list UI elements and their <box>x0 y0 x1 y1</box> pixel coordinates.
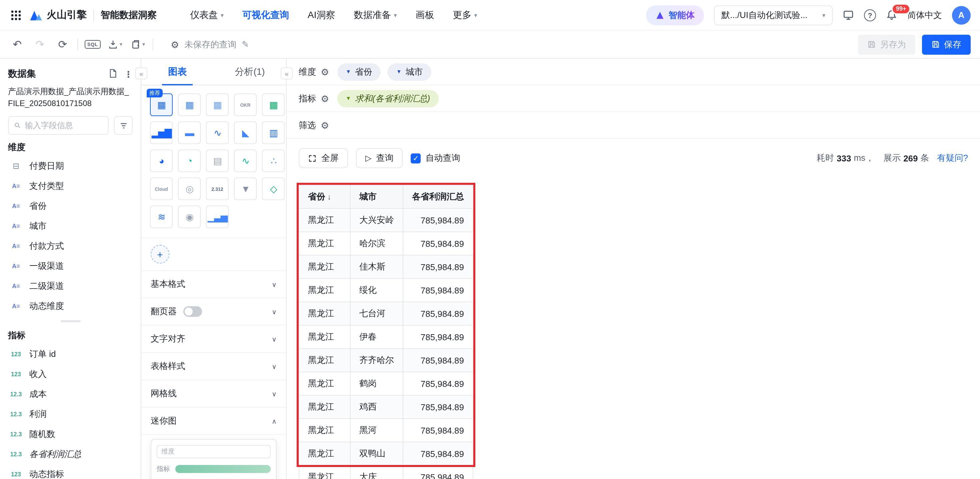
okr-table-icon[interactable]: OKR <box>234 93 257 116</box>
tab-analysis[interactable]: 分析(1) <box>214 59 286 85</box>
section-text-align[interactable]: 文字对齐 ∨ <box>142 326 286 353</box>
collapse-dataset-panel-icon[interactable]: « <box>135 67 147 79</box>
auto-query-checkbox[interactable]: ✓ <box>410 153 421 163</box>
nav-dashboard[interactable]: 仪表盘 ▾ <box>190 9 224 21</box>
line-chart-icon[interactable]: ∿ <box>206 121 229 144</box>
refresh-icon[interactable]: ⟳ <box>55 36 71 53</box>
table-row[interactable]: 黑龙江 鹤岗 785,984.89 <box>299 372 473 395</box>
stacked-chart-icon[interactable]: ▤ <box>206 149 229 172</box>
field-search-input[interactable] <box>25 121 103 130</box>
histogram-chart-icon[interactable]: ▁▃▅ <box>206 206 229 228</box>
nav-visual-query[interactable]: 可视化查询 <box>242 9 289 21</box>
field-random-number[interactable]: 12.3 随机数 <box>8 424 133 444</box>
field-pay-date[interactable]: ⊟ 付费日期 <box>8 156 133 176</box>
bar-chart-icon[interactable]: ▂▅▇ <box>150 121 173 144</box>
indicator-card-icon[interactable]: 2.312 <box>206 177 229 200</box>
table-row[interactable]: 黑龙江 佳木斯 785,984.89 <box>299 255 473 278</box>
export-icon[interactable]: ▾ <box>130 36 146 53</box>
field-order-id[interactable]: 123 订单 id <box>8 344 133 364</box>
word-cloud-icon[interactable]: Cloud <box>150 177 173 200</box>
panel-resize-handle[interactable] <box>8 318 133 324</box>
field-cost[interactable]: 12.3 成本 <box>8 384 133 404</box>
language-selector[interactable]: 简体中文 <box>907 9 942 21</box>
spiral-chart-icon[interactable]: ◉ <box>178 206 200 228</box>
sort-desc-icon[interactable]: ↓ <box>327 192 331 201</box>
console-icon[interactable] <box>843 10 854 21</box>
section-paginator[interactable]: 翻页器 ∨ <box>142 298 286 326</box>
nav-data-prep[interactable]: 数据准备 ▾ <box>354 9 397 21</box>
field-payment-method[interactable]: A≡ 付款方式 <box>8 236 133 256</box>
rose-chart-icon[interactable]: ◔ <box>178 149 200 172</box>
field-province-profit-sum[interactable]: 12.3 各省利润汇总 <box>8 444 133 464</box>
edit-icon[interactable]: ✎ <box>242 39 249 49</box>
sankey-chart-icon[interactable]: ≋ <box>150 206 173 228</box>
help-icon[interactable]: ? <box>864 9 876 21</box>
column-header-city[interactable]: 城市 <box>350 185 403 209</box>
field-dynamic-dimension[interactable]: A≡ 动态维度 <box>8 296 133 316</box>
workspace-select[interactable]: 默.../UI自动化测试验... ▾ <box>714 5 833 25</box>
metric-gear-icon[interactable]: ⚙ <box>321 93 329 104</box>
add-chart-type-button[interactable]: + <box>151 245 169 263</box>
run-query-button[interactable]: ▷ 查询 <box>356 148 402 168</box>
column-header-province[interactable]: 省份↓ <box>299 185 350 209</box>
save-button[interactable]: 保存 <box>922 34 970 54</box>
field-province[interactable]: A≡ 省份 <box>8 196 133 216</box>
undo-icon[interactable]: ↶ <box>10 36 25 53</box>
nav-canvas[interactable]: 画板 <box>416 9 434 21</box>
section-mini-chart[interactable]: 迷你图 ∧ <box>142 408 286 435</box>
paginator-toggle[interactable] <box>183 306 202 317</box>
pivot-table-icon[interactable]: ▦ <box>206 93 229 116</box>
area-chart-icon[interactable]: ◣ <box>234 121 257 144</box>
dimension-chip-province[interactable]: ▼ 省份 <box>337 63 381 80</box>
sql-icon[interactable]: SQL <box>85 36 101 53</box>
funnel-chart-icon[interactable]: ▼ <box>234 177 257 200</box>
combo-chart-icon[interactable]: ▥ <box>262 121 285 144</box>
pie-chart-icon[interactable]: ◕ <box>150 149 173 172</box>
table-row[interactable]: 黑龙江 齐齐哈尔 785,984.89 <box>299 348 473 372</box>
apps-grid-icon[interactable] <box>10 8 23 22</box>
download-icon[interactable]: ▾ <box>107 36 123 53</box>
table-row[interactable]: 黑龙江 双鸭山 785,984.89 <box>299 442 473 465</box>
dataset-name[interactable]: 产品演示用数据_产品演示用数据_FILE_20250810171508 <box>8 85 133 109</box>
table-row[interactable]: 黑龙江 大兴安岭 785,984.89 <box>299 209 473 232</box>
field-city[interactable]: A≡ 城市 <box>8 216 133 236</box>
fullscreen-button[interactable]: 全屏 <box>299 148 348 168</box>
dataset-doc-icon[interactable] <box>108 69 117 80</box>
table-row[interactable]: 黑龙江 伊春 785,984.89 <box>299 325 473 348</box>
question-link[interactable]: 有疑问? <box>937 152 968 164</box>
nav-more[interactable]: 更多 ▾ <box>453 9 477 21</box>
field-revenue[interactable]: 123 收入 <box>8 364 133 384</box>
section-gridline[interactable]: 网格线 ∨ <box>142 380 286 408</box>
detail-table-icon[interactable]: ▦ <box>262 93 285 116</box>
section-basic-format[interactable]: 基本格式 ∨ <box>142 271 286 298</box>
field-pay-type[interactable]: A≡ 支付类型 <box>8 176 133 196</box>
table-row[interactable]: 黑龙江 大庆 785,984.89 <box>299 465 473 479</box>
horizontal-bar-icon[interactable]: ▬ <box>178 121 200 144</box>
table-chart-icon[interactable]: 推荐 ▦ <box>150 93 173 116</box>
save-as-button[interactable]: 另存为 <box>858 34 915 54</box>
table-row[interactable]: 黑龙江 绥化 785,984.89 <box>299 278 473 302</box>
field-profit[interactable]: 12.3 利润 <box>8 404 133 424</box>
volcengine-logo[interactable]: 火山引擎 <box>29 8 87 22</box>
table-row[interactable]: 黑龙江 黑河 785,984.89 <box>299 418 473 442</box>
query-settings-gear-icon[interactable]: ⚙ <box>171 39 179 50</box>
scatter-chart-icon[interactable]: ∴ <box>262 149 285 172</box>
column-header-profit-sum[interactable]: 各省利润汇总 <box>403 185 473 209</box>
field-secondary-channel[interactable]: A≡ 二级渠道 <box>8 276 133 296</box>
field-primary-channel[interactable]: A≡ 一级渠道 <box>8 256 133 276</box>
nav-ai-insight[interactable]: AI洞察 <box>308 9 335 21</box>
redo-icon[interactable]: ↷ <box>32 36 48 53</box>
collapse-chart-panel-icon[interactable]: « <box>281 67 293 79</box>
more-options-icon[interactable]: ⋮ <box>124 69 133 79</box>
aggregate-table-icon[interactable]: ▦ <box>178 93 200 116</box>
agent-button[interactable]: 智能体 <box>646 5 704 25</box>
avatar[interactable]: A <box>952 6 970 24</box>
dimension-chip-city[interactable]: ▼ 城市 <box>388 63 432 80</box>
dimension-gear-icon[interactable]: ⚙ <box>321 66 329 77</box>
table-row[interactable]: 黑龙江 七台河 785,984.89 <box>299 302 473 325</box>
notifications-bell-icon[interactable]: 99+ <box>886 10 897 21</box>
radar-chart-icon[interactable]: ◇ <box>262 177 285 200</box>
section-table-style[interactable]: 表格样式 ∨ <box>142 353 286 380</box>
filter-gear-icon[interactable]: ⚙ <box>321 120 329 131</box>
area-line-chart-icon[interactable]: ∿ <box>234 149 257 172</box>
